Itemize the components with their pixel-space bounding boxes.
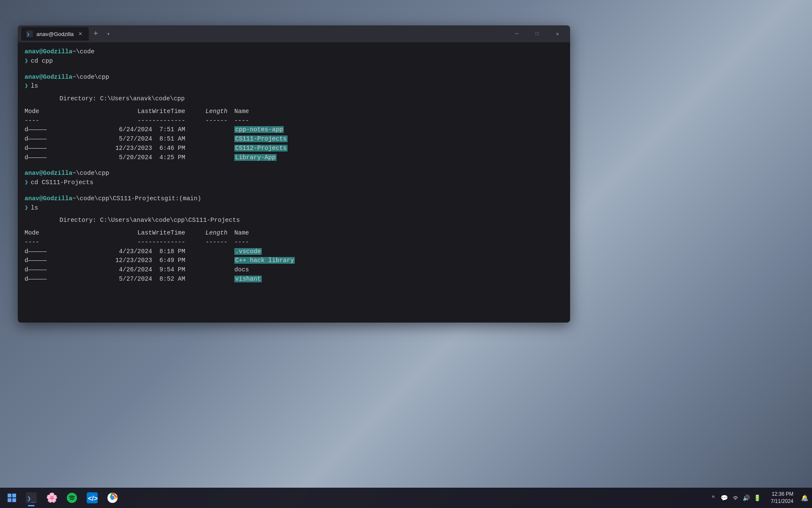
tab-area: ❯ anav@Godzilla ✕ + ▾ <box>21 27 508 41</box>
wifi-icon[interactable] <box>731 494 740 502</box>
highlighted-name: .vscode <box>234 248 262 255</box>
prompt-user-1: anav@Godzilla <box>25 47 72 57</box>
table-row: d————— 12/23/2023 6:49 PM C++ hack libra… <box>25 256 563 265</box>
div-time-1: ------------- <box>92 116 185 126</box>
cmd-2: ls <box>31 82 38 91</box>
tab-dropdown-button[interactable]: ▾ <box>102 28 114 40</box>
terminal-tab[interactable]: ❯ anav@Godzilla ✕ <box>21 27 89 41</box>
taskbar-terminal-app[interactable]: ❯_ <box>22 489 41 507</box>
name-cell: docs <box>234 265 249 275</box>
length-cell <box>185 153 228 163</box>
name-cell: CS112-Projects <box>234 144 288 153</box>
mode-cell: d————— <box>25 125 92 135</box>
col-header-name-1: Name <box>234 107 249 116</box>
mode-cell: d————— <box>25 247 92 257</box>
start-button[interactable] <box>3 489 20 506</box>
col-header-length-1: Length <box>185 107 228 116</box>
minimize-button[interactable]: — <box>508 27 526 41</box>
div-name-1: ---- <box>234 116 249 126</box>
table-row: d————— 5/20/2024 4:25 PM Library-App <box>25 153 563 163</box>
time-cell: 4/23/2024 8:18 PM <box>92 247 185 257</box>
taskbar-right: ^ 💬 🔊 🔋 12:36 PM 7/11/2024 🔔 <box>707 491 809 505</box>
battery-icon[interactable]: 🔋 <box>753 494 762 502</box>
prompt-line-4: anav@Godzilla ~\code\cpp\CS111-Projects … <box>25 194 563 204</box>
time-cell: 12/23/2023 6:46 PM <box>92 144 185 153</box>
flower-icon: 🌸 <box>46 492 58 504</box>
taskbar-clock[interactable]: 12:36 PM 7/11/2024 <box>768 491 797 505</box>
vscode-icon: </> <box>86 492 98 504</box>
col-header-length-2: Length <box>185 229 228 238</box>
highlighted-name: cpp-notes-app <box>234 126 284 133</box>
time-cell: 12/23/2023 6:49 PM <box>92 256 185 265</box>
prompt-path-4: ~\code\cpp\CS111-Projects <box>72 194 165 204</box>
prompt-path-1: ~\code <box>72 47 94 57</box>
new-tab-button[interactable]: + <box>90 28 102 40</box>
time-cell: 4/26/2024 9:54 PM <box>92 265 185 275</box>
table-divider-2: ---- ------------- ------ ---- <box>25 238 563 247</box>
prompt-arrow-1: ❯ <box>25 57 28 66</box>
table-row: d————— 12/23/2023 6:46 PM CS112-Projects <box>25 144 563 153</box>
mode-cell: d————— <box>25 256 92 265</box>
time-cell: 5/27/2024 8:51 AM <box>92 135 185 144</box>
time-cell: 6/24/2024 7:51 AM <box>92 125 185 135</box>
length-cell <box>185 275 228 284</box>
terminal-window: ❯ anav@Godzilla ✕ + ▾ — □ ✕ anav@Godzill… <box>18 25 570 323</box>
dir-header-1: Directory: C:\Users\anavk\code\cpp <box>45 94 563 104</box>
cmd-line-4: ❯ ls <box>25 204 563 213</box>
clock-time: 12:36 PM <box>771 491 793 498</box>
cmd-4: ls <box>31 204 38 213</box>
mode-cell: d————— <box>25 144 92 153</box>
length-cell <box>185 125 228 135</box>
maximize-button[interactable]: □ <box>528 27 546 41</box>
taskbar: ❯_ 🌸 <box>0 488 812 508</box>
prompt-user-3: anav@Godzilla <box>25 169 72 178</box>
col-header-mode-2: Mode <box>25 229 92 238</box>
cmd-line-3: ❯ cd CS111-Projects <box>25 178 563 188</box>
name-cell: .vscode <box>234 247 262 257</box>
dir-header-2: Directory: C:\Users\anavk\code\cpp\CS111… <box>45 216 563 225</box>
title-bar: ❯ anav@Godzilla ✕ + ▾ — □ ✕ <box>18 25 570 42</box>
table-row: d————— 6/24/2024 7:51 AM cpp-notes-app <box>25 125 563 135</box>
col-header-time-2: LastWriteTime <box>92 229 185 238</box>
table-row: d————— 4/26/2024 9:54 PM docs <box>25 265 563 275</box>
notification-badge <box>804 498 807 501</box>
taskbar-apps: ❯_ 🌸 <box>22 489 122 507</box>
desktop: ❯ anav@Godzilla ✕ + ▾ — □ ✕ anav@Godzill… <box>0 0 812 508</box>
col-header-name-2: Name <box>234 229 249 238</box>
taskbar-chrome-app[interactable] <box>103 489 122 507</box>
chat-icon[interactable]: 💬 <box>720 494 729 502</box>
cmd-1: cd cpp <box>31 57 53 66</box>
time-cell: 5/27/2024 8:52 AM <box>92 275 185 284</box>
length-cell <box>185 135 228 144</box>
terminal-content[interactable]: anav@Godzilla ~\code ❯ cd cpp anav@Godzi… <box>18 42 570 323</box>
notification-icon[interactable]: 🔔 <box>800 494 809 502</box>
svg-text:</>: </> <box>88 495 98 502</box>
tab-icon: ❯ <box>26 30 33 37</box>
cmd-line-2: ❯ ls <box>25 82 563 91</box>
table-row: d————— 4/23/2024 8:18 PM .vscode <box>25 247 563 257</box>
table-divider-1: ---- ------------- ------ ---- <box>25 116 563 126</box>
svg-text:❯_: ❯_ <box>27 494 36 502</box>
taskbar-vscode-app[interactable]: </> <box>83 489 102 507</box>
table-header-1: Mode LastWriteTime Length Name <box>25 107 563 116</box>
prompt-arrow-2: ❯ <box>25 82 28 91</box>
mode-cell: d————— <box>25 275 92 284</box>
svg-rect-3 <box>12 494 16 497</box>
tab-close-button[interactable]: ✕ <box>77 30 84 37</box>
chevron-up-icon[interactable]: ^ <box>709 494 718 502</box>
highlighted-name-hack-library: C++ hack library <box>234 257 295 264</box>
close-button[interactable]: ✕ <box>548 27 567 41</box>
svg-text:❯: ❯ <box>27 31 30 37</box>
spotify-icon <box>66 492 78 504</box>
svg-rect-4 <box>8 498 11 502</box>
prompt-path-2: ~\code\cpp <box>72 73 109 82</box>
name-cell: vishant <box>234 275 262 284</box>
taskbar-app2[interactable]: 🌸 <box>42 489 61 507</box>
col-header-mode-1: Mode <box>25 107 92 116</box>
window-controls: — □ ✕ <box>508 27 567 41</box>
speaker-icon[interactable]: 🔊 <box>742 494 751 502</box>
prompt-git-4: git:(main) <box>165 194 201 204</box>
div-mode-2: ---- <box>25 238 92 247</box>
taskbar-system-icons: ^ 💬 🔊 🔋 <box>707 494 764 502</box>
taskbar-spotify-app[interactable] <box>63 489 81 507</box>
